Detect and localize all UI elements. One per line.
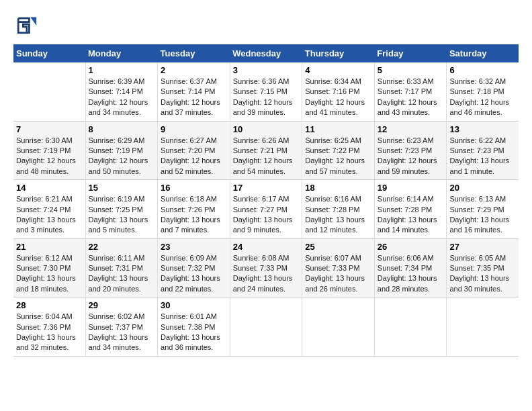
day-info: Sunrise: 6:22 AM Sunset: 7:23 PM Dayligh… — [449, 136, 516, 177]
day-info: Sunrise: 6:26 AM Sunset: 7:21 PM Dayligh… — [233, 136, 300, 177]
calendar-cell: 17Sunrise: 6:17 AM Sunset: 7:27 PM Dayli… — [230, 180, 302, 239]
calendar-table: SundayMondayTuesdayWednesdayThursdayFrid… — [13, 44, 519, 357]
day-info: Sunrise: 6:11 AM Sunset: 7:31 PM Dayligh… — [89, 253, 155, 295]
day-info: Sunrise: 6:33 AM Sunset: 7:17 PM Dayligh… — [378, 77, 444, 118]
col-header-thursday: Thursday — [302, 44, 375, 62]
day-number: 25 — [305, 242, 371, 252]
calendar-cell: 30Sunrise: 6:01 AM Sunset: 7:38 PM Dayli… — [158, 298, 230, 357]
day-number: 23 — [161, 242, 227, 252]
day-info: Sunrise: 6:19 AM Sunset: 7:25 PM Dayligh… — [89, 194, 155, 236]
day-number: 1 — [89, 65, 155, 75]
calendar-cell: 14Sunrise: 6:21 AM Sunset: 7:24 PM Dayli… — [13, 180, 85, 239]
calendar-cell: 18Sunrise: 6:16 AM Sunset: 7:28 PM Dayli… — [302, 180, 375, 239]
calendar-cell: 20Sunrise: 6:13 AM Sunset: 7:29 PM Dayli… — [447, 180, 519, 239]
calendar-cell — [13, 62, 85, 121]
day-number: 27 — [449, 242, 516, 252]
calendar-cell: 4Sunrise: 6:34 AM Sunset: 7:16 PM Daylig… — [302, 62, 375, 121]
day-info: Sunrise: 6:18 AM Sunset: 7:26 PM Dayligh… — [161, 194, 227, 236]
day-number: 9 — [161, 124, 227, 134]
calendar-cell: 3Sunrise: 6:36 AM Sunset: 7:15 PM Daylig… — [230, 62, 302, 121]
calendar-cell: 29Sunrise: 6:02 AM Sunset: 7:37 PM Dayli… — [85, 298, 158, 357]
day-number: 22 — [89, 242, 155, 252]
day-info: Sunrise: 6:36 AM Sunset: 7:15 PM Dayligh… — [233, 77, 300, 118]
calendar-cell: 15Sunrise: 6:19 AM Sunset: 7:25 PM Dayli… — [85, 180, 158, 239]
calendar-cell: 1Sunrise: 6:39 AM Sunset: 7:14 PM Daylig… — [85, 62, 158, 121]
page-header — [13, 13, 519, 38]
calendar-cell: 13Sunrise: 6:22 AM Sunset: 7:23 PM Dayli… — [447, 121, 519, 180]
day-info: Sunrise: 6:21 AM Sunset: 7:24 PM Dayligh… — [16, 194, 83, 236]
calendar-cell: 24Sunrise: 6:08 AM Sunset: 7:33 PM Dayli… — [230, 238, 302, 298]
day-info: Sunrise: 6:32 AM Sunset: 7:18 PM Dayligh… — [449, 77, 516, 118]
day-number: 17 — [233, 183, 300, 193]
calendar-cell — [302, 298, 375, 357]
day-number: 6 — [449, 65, 516, 75]
day-number: 11 — [305, 124, 371, 134]
calendar-cell: 12Sunrise: 6:23 AM Sunset: 7:23 PM Dayli… — [374, 121, 447, 180]
calendar-cell: 6Sunrise: 6:32 AM Sunset: 7:18 PM Daylig… — [447, 62, 519, 121]
day-info: Sunrise: 6:13 AM Sunset: 7:29 PM Dayligh… — [449, 194, 516, 236]
day-number: 7 — [16, 124, 83, 134]
day-number: 30 — [161, 300, 227, 310]
day-info: Sunrise: 6:29 AM Sunset: 7:19 PM Dayligh… — [89, 136, 155, 177]
day-number: 28 — [16, 300, 83, 310]
calendar-cell: 26Sunrise: 6:06 AM Sunset: 7:34 PM Dayli… — [374, 238, 447, 298]
day-number: 26 — [378, 242, 444, 252]
calendar-cell: 23Sunrise: 6:09 AM Sunset: 7:32 PM Dayli… — [158, 238, 230, 298]
day-number: 5 — [378, 65, 444, 75]
calendar-cell: 10Sunrise: 6:26 AM Sunset: 7:21 PM Dayli… — [230, 121, 302, 180]
week-row-5: 28Sunrise: 6:04 AM Sunset: 7:36 PM Dayli… — [13, 298, 519, 357]
day-number: 3 — [233, 65, 300, 75]
day-info: Sunrise: 6:34 AM Sunset: 7:16 PM Dayligh… — [305, 77, 371, 118]
calendar-cell: 21Sunrise: 6:12 AM Sunset: 7:30 PM Dayli… — [13, 238, 85, 298]
week-row-4: 21Sunrise: 6:12 AM Sunset: 7:30 PM Dayli… — [13, 238, 519, 298]
day-number: 21 — [16, 242, 83, 252]
col-header-friday: Friday — [374, 44, 447, 62]
calendar-cell: 8Sunrise: 6:29 AM Sunset: 7:19 PM Daylig… — [85, 121, 158, 180]
calendar-cell: 19Sunrise: 6:14 AM Sunset: 7:28 PM Dayli… — [374, 180, 447, 239]
day-number: 29 — [89, 300, 155, 310]
logo-icon — [13, 13, 38, 38]
calendar-cell: 5Sunrise: 6:33 AM Sunset: 7:17 PM Daylig… — [374, 62, 447, 121]
week-row-2: 7Sunrise: 6:30 AM Sunset: 7:19 PM Daylig… — [13, 121, 519, 180]
calendar-cell: 2Sunrise: 6:37 AM Sunset: 7:14 PM Daylig… — [158, 62, 230, 121]
calendar-cell — [447, 298, 519, 357]
day-info: Sunrise: 6:05 AM Sunset: 7:35 PM Dayligh… — [449, 253, 516, 295]
day-number: 24 — [233, 242, 300, 252]
day-info: Sunrise: 6:07 AM Sunset: 7:33 PM Dayligh… — [305, 253, 371, 295]
day-info: Sunrise: 6:27 AM Sunset: 7:20 PM Dayligh… — [161, 136, 227, 177]
day-info: Sunrise: 6:04 AM Sunset: 7:36 PM Dayligh… — [16, 312, 83, 353]
day-number: 4 — [305, 65, 371, 75]
day-number: 12 — [378, 124, 444, 134]
calendar-cell: 28Sunrise: 6:04 AM Sunset: 7:36 PM Dayli… — [13, 298, 85, 357]
logo — [13, 13, 40, 38]
day-info: Sunrise: 6:12 AM Sunset: 7:30 PM Dayligh… — [16, 253, 83, 295]
calendar-cell: 9Sunrise: 6:27 AM Sunset: 7:20 PM Daylig… — [158, 121, 230, 180]
day-number: 20 — [449, 183, 516, 193]
week-row-3: 14Sunrise: 6:21 AM Sunset: 7:24 PM Dayli… — [13, 180, 519, 239]
day-info: Sunrise: 6:37 AM Sunset: 7:14 PM Dayligh… — [161, 77, 227, 118]
col-header-sunday: Sunday — [13, 44, 85, 62]
calendar-cell: 27Sunrise: 6:05 AM Sunset: 7:35 PM Dayli… — [447, 238, 519, 298]
day-info: Sunrise: 6:09 AM Sunset: 7:32 PM Dayligh… — [161, 253, 227, 295]
day-number: 10 — [233, 124, 300, 134]
day-info: Sunrise: 6:25 AM Sunset: 7:22 PM Dayligh… — [305, 136, 371, 177]
day-number: 18 — [305, 183, 371, 193]
calendar-cell: 16Sunrise: 6:18 AM Sunset: 7:26 PM Dayli… — [158, 180, 230, 239]
day-number: 13 — [449, 124, 516, 134]
col-header-monday: Monday — [85, 44, 158, 62]
day-number: 2 — [161, 65, 227, 75]
calendar-cell — [374, 298, 447, 357]
calendar-cell: 22Sunrise: 6:11 AM Sunset: 7:31 PM Dayli… — [85, 238, 158, 298]
day-info: Sunrise: 6:30 AM Sunset: 7:19 PM Dayligh… — [16, 136, 83, 177]
week-row-1: 1Sunrise: 6:39 AM Sunset: 7:14 PM Daylig… — [13, 62, 519, 121]
day-number: 16 — [161, 183, 227, 193]
day-info: Sunrise: 6:01 AM Sunset: 7:38 PM Dayligh… — [161, 312, 227, 353]
day-info: Sunrise: 6:23 AM Sunset: 7:23 PM Dayligh… — [378, 136, 444, 177]
day-info: Sunrise: 6:14 AM Sunset: 7:28 PM Dayligh… — [378, 194, 444, 236]
day-info: Sunrise: 6:17 AM Sunset: 7:27 PM Dayligh… — [233, 194, 300, 236]
calendar-cell — [230, 298, 302, 357]
calendar-cell: 25Sunrise: 6:07 AM Sunset: 7:33 PM Dayli… — [302, 238, 375, 298]
day-info: Sunrise: 6:02 AM Sunset: 7:37 PM Dayligh… — [89, 312, 155, 353]
svg-rect-0 — [13, 13, 38, 38]
col-header-wednesday: Wednesday — [230, 44, 302, 62]
